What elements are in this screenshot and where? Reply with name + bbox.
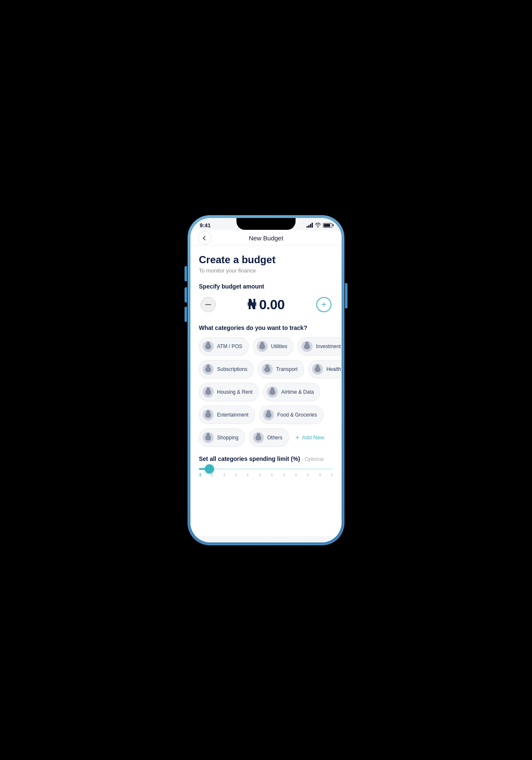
slider-tick bbox=[200, 473, 201, 477]
category-icon-housing-rent bbox=[203, 387, 214, 398]
category-chip-shopping[interactable]: Shopping bbox=[199, 428, 245, 447]
category-label-others: Others bbox=[267, 435, 282, 441]
spending-title-text: Set all categories spending limit (%) bbox=[199, 455, 300, 462]
notch bbox=[236, 218, 296, 230]
budget-section-label: Specify budget amount bbox=[199, 283, 333, 290]
category-row-1: ATM / POS Utilities bbox=[199, 337, 333, 356]
screen: 9:41 bbox=[190, 218, 342, 542]
status-icons bbox=[307, 223, 332, 228]
category-icon-shopping bbox=[203, 432, 214, 443]
nav-header: New Budget bbox=[190, 230, 342, 245]
slider-tick bbox=[212, 473, 212, 477]
plus-icon: + bbox=[321, 300, 326, 309]
currency-symbol: ₦ bbox=[247, 297, 256, 312]
slider-tick bbox=[320, 473, 320, 477]
main-content: Create a budget To monitor your finance … bbox=[190, 245, 342, 447]
slider-tick bbox=[296, 473, 296, 477]
slider-tick bbox=[307, 473, 308, 477]
slider-track bbox=[199, 468, 333, 470]
category-label-subscriptions: Subscriptions bbox=[217, 366, 247, 372]
amount-value: 0.00 bbox=[259, 297, 285, 312]
phone-frame: 9:41 bbox=[188, 215, 344, 545]
category-icon-airtime-data bbox=[267, 387, 278, 398]
category-icon-transport bbox=[262, 364, 273, 375]
category-icon-subscriptions bbox=[203, 364, 214, 375]
slider-tick bbox=[224, 473, 225, 477]
category-chip-subscriptions[interactable]: Subscriptions bbox=[199, 360, 254, 379]
category-label-housing-rent: Housing & Rent bbox=[217, 389, 252, 395]
add-new-button[interactable]: + Add New bbox=[293, 428, 327, 447]
slider-tick bbox=[247, 473, 248, 477]
category-icon-utilities bbox=[257, 341, 268, 352]
category-chip-atm-pos[interactable]: ATM / POS bbox=[199, 337, 249, 356]
category-chip-utilities[interactable]: Utilities bbox=[253, 337, 294, 356]
back-chevron-icon bbox=[203, 236, 207, 240]
category-chip-airtime-data[interactable]: Airtime & Data bbox=[263, 383, 320, 401]
spending-title: Set all categories spending limit (%) - … bbox=[199, 455, 333, 462]
status-time: 9:41 bbox=[200, 222, 211, 229]
category-label-utilities: Utilities bbox=[271, 343, 288, 349]
category-icon-others bbox=[253, 432, 264, 443]
category-row-2: Subscriptions Transport bbox=[199, 360, 333, 379]
category-row-3: Housing & Rent Airtime & Data bbox=[199, 383, 333, 401]
slider-tick bbox=[236, 473, 236, 477]
category-icon-atm-pos bbox=[203, 341, 214, 352]
category-label-food-groceries: Food & Groceries bbox=[277, 412, 317, 418]
slider-container[interactable] bbox=[199, 468, 333, 477]
slider-tick bbox=[331, 473, 332, 477]
slider-ticks bbox=[199, 473, 333, 477]
category-chip-investment[interactable]: Investment bbox=[298, 337, 342, 356]
content-scroll[interactable]: New Budget Create a budget To monitor yo… bbox=[190, 230, 342, 536]
decrement-button[interactable] bbox=[201, 297, 216, 312]
category-row-4: Entertainment Food & Groceries bbox=[199, 406, 333, 424]
slider-thumb[interactable] bbox=[205, 464, 214, 474]
category-chip-food-groceries[interactable]: Food & Groceries bbox=[259, 406, 323, 424]
add-new-plus-icon: + bbox=[296, 434, 299, 441]
signal-icon bbox=[307, 223, 313, 228]
category-label-health: Health bbox=[326, 366, 341, 372]
slider-tick bbox=[284, 473, 285, 477]
category-chip-others[interactable]: Others bbox=[249, 428, 289, 447]
amount-display: ₦ 0.00 bbox=[247, 297, 285, 313]
minus-icon bbox=[205, 304, 211, 305]
category-label-investment: Investment bbox=[316, 343, 341, 349]
category-chip-transport[interactable]: Transport bbox=[258, 360, 304, 379]
category-label-airtime-data: Airtime & Data bbox=[281, 389, 314, 395]
category-icon-health bbox=[312, 364, 323, 375]
category-label-entertainment: Entertainment bbox=[217, 412, 249, 418]
spending-optional: - Optional bbox=[302, 456, 324, 462]
slider-tick bbox=[260, 473, 261, 477]
spending-section: Set all categories spending limit (%) - … bbox=[190, 455, 342, 485]
back-button[interactable] bbox=[198, 231, 212, 245]
categories-grid: ATM / POS Utilities bbox=[199, 337, 333, 447]
amount-row: ₦ 0.00 + bbox=[199, 297, 333, 313]
slider-tick bbox=[271, 473, 272, 477]
category-chip-entertainment[interactable]: Entertainment bbox=[199, 406, 255, 424]
category-label-shopping: Shopping bbox=[217, 435, 239, 441]
category-chip-health[interactable]: Health bbox=[308, 360, 342, 379]
category-label-atm-pos: ATM / POS bbox=[217, 343, 242, 349]
page-heading: Create a budget bbox=[199, 254, 333, 266]
page-subtitle: To monitor your finance bbox=[199, 267, 333, 274]
category-icon-food-groceries bbox=[263, 409, 274, 420]
category-row-5: Shopping Others + Add New bbox=[199, 428, 333, 447]
add-new-label: Add New bbox=[302, 434, 324, 441]
categories-label: What categories do you want to track? bbox=[199, 324, 333, 331]
category-chip-housing-rent[interactable]: Housing & Rent bbox=[199, 383, 259, 401]
battery-icon bbox=[323, 223, 332, 228]
category-icon-entertainment bbox=[203, 409, 214, 420]
increment-button[interactable]: + bbox=[316, 297, 331, 312]
category-label-transport: Transport bbox=[276, 366, 298, 372]
wifi-icon bbox=[315, 223, 321, 228]
category-icon-investment bbox=[301, 341, 312, 352]
nav-title: New Budget bbox=[249, 234, 283, 242]
phone-inner: 9:41 bbox=[190, 218, 342, 542]
